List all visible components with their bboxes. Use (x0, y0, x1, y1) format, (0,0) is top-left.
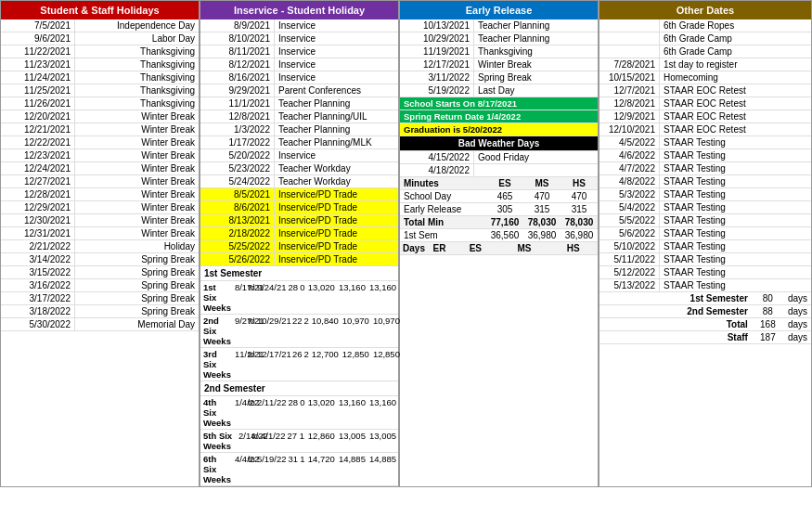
col3-stats-hs: HS (561, 177, 598, 189)
col1-date: 3/17/2022 (1, 292, 75, 304)
stats-ms: 315 (523, 203, 561, 215)
col2-date: 12/8/2021 (200, 110, 275, 123)
col4-date: 12/10/2021 (599, 123, 660, 135)
col2-list-item: 5/24/2022Teacher Workday (200, 175, 398, 188)
col3-list-item: 5/19/2022Last Day (400, 84, 598, 97)
col3-stats-label: Minutes (400, 177, 486, 189)
col4-date: 12/9/2021 (599, 110, 660, 123)
col4-list-item: 4/5/2022STAAR Testing (599, 136, 811, 149)
six-week-label: 2nd Six Weeks (200, 315, 234, 347)
total-sem-hs: 36,980 (561, 229, 598, 241)
col2-date: 8/5/2021 (200, 188, 275, 200)
col3-bad-desc (474, 164, 598, 176)
col4-list-item: 4/7/2022STAAR Testing (599, 162, 811, 175)
col3-school-starts: School Starts On 8/17/2021 (400, 97, 598, 110)
col1-desc: Thanksgiving (75, 97, 199, 110)
total-sem-ms: 36,980 (523, 229, 561, 241)
six-week-er: 1 (299, 453, 306, 485)
col2-header: Inservice - Student Holiday (200, 1, 398, 19)
col4-date (599, 45, 660, 58)
col4-desc: STAAR Testing (660, 149, 811, 161)
col1-list-item: 11/26/2021Thanksgiving (1, 97, 199, 110)
col4-desc: 6th Grade Ropes (660, 19, 811, 32)
six-week-from: 9/27/21 (234, 315, 247, 347)
col1-list-item: 12/31/2021Winter Break (1, 227, 199, 240)
col2-list-item: 8/5/2021Inservice/PD Trade (200, 188, 398, 201)
col2-sixweeks-item: 3rd Six Weeks 11/2/21 to 12/17/21 26 2 1… (200, 348, 398, 381)
col2-list-item: 5/23/2022Teacher Workday (200, 162, 398, 175)
col1-date: 11/23/2021 (1, 58, 75, 71)
col4-sem-label: 2nd Semester (683, 305, 752, 317)
six-week-ms: 10,970 (341, 315, 371, 347)
six-week-hs: 13,160 (367, 281, 398, 314)
col1-date: 9/6/2021 (1, 32, 75, 45)
col4-date: 5/11/2022 (599, 253, 660, 265)
col2-desc: Teacher Workday (275, 162, 398, 174)
col4-other-dates: Other Dates 6th Grade Ropes6th Grade Cam… (599, 1, 811, 486)
col4-date: 7/28/2021 (599, 58, 660, 71)
col1-desc: Independence Day (75, 19, 199, 32)
col3-date: 5/19/2022 (400, 84, 474, 97)
col1-list-item: 12/30/2021Winter Break (1, 214, 199, 227)
col4-list-item: 12/7/2021STAAR EOC Retest (599, 84, 811, 97)
col4-header: Other Dates (599, 1, 811, 19)
col2-sixweeks-item: 2nd Six Weeks 9/27/21 to 10/29/21 22 2 1… (200, 315, 398, 348)
col2-desc: Inservice/PD Trade (275, 214, 398, 226)
col1-desc: Spring Break (75, 292, 199, 304)
col2-desc: Inservice/PD Trade (275, 227, 398, 239)
col2-rows-container: 8/9/2021Inservice8/10/2021Inservice8/11/… (200, 19, 398, 266)
six-week-ms: 14,885 (337, 453, 367, 485)
col4-rows-container: 6th Grade Ropes6th Grade Camp6th Grade C… (599, 19, 811, 292)
col1-list-item: 2/21/2022Holiday (1, 240, 199, 253)
col1-date: 12/28/2021 (1, 188, 75, 200)
col2-desc: Inservice (275, 71, 398, 84)
col3-stats-ms: MS (523, 177, 561, 189)
col4-desc: Homecoming (660, 71, 811, 84)
col4-desc: STAAR Testing (660, 253, 811, 265)
six-week-es: 12,700 (310, 348, 341, 381)
col1-desc: Winter Break (75, 227, 199, 239)
col4-sem-item: Staff187days (599, 331, 811, 344)
col4-desc: STAAR Testing (660, 214, 811, 226)
col1-desc: Spring Break (75, 266, 199, 278)
six-week-days: 28 (288, 281, 300, 314)
col1-date: 12/31/2021 (1, 227, 75, 239)
six-week-er: 2 (303, 315, 309, 347)
main-container: Student & Staff Holidays 7/5/2021Indepen… (0, 0, 812, 487)
col3-date: 11/19/2021 (400, 45, 474, 58)
six-week-ms: 12,850 (341, 348, 371, 381)
col1-desc: Winter Break (75, 123, 199, 135)
six-week-es: 10,840 (310, 315, 341, 347)
col4-desc: STAAR EOC Retest (660, 123, 811, 135)
col3-rows-container: 10/13/2021Teacher Planning10/29/2021Teac… (400, 19, 598, 97)
col4-date: 5/5/2022 (599, 214, 660, 226)
col4-sem-rows: 1st Semester80days2nd Semester88daysTota… (599, 292, 811, 344)
col2-date: 5/25/2022 (200, 240, 275, 252)
col1-date: 12/23/2021 (1, 149, 75, 161)
col3-bad-desc: Good Friday (474, 151, 598, 163)
col2-date: 9/29/2021 (200, 84, 275, 97)
col4-list-item: 5/12/2022STAAR Testing (599, 266, 811, 279)
stats-label: Early Release (400, 203, 486, 215)
six-week-label: 5th Six Weeks (200, 430, 238, 452)
six-week-to-label: to (251, 430, 260, 452)
col4-list-item: 5/13/2022STAAR Testing (599, 279, 811, 292)
total-ms: 78,030 (523, 216, 561, 228)
col2-date: 8/16/2021 (200, 71, 275, 84)
col2-list-item: 2/18/2022Inservice/PD Trade (200, 227, 398, 240)
col2-date: 8/6/2021 (200, 201, 275, 213)
col4-list-item: 5/6/2022STAAR Testing (599, 227, 811, 240)
col3-total-row: 1st Sem 36,560 36,980 36,980 (400, 229, 598, 242)
col1-date: 3/18/2022 (1, 305, 75, 317)
col3-desc: Last Day (474, 84, 598, 97)
col3-list-item: 12/17/2021Winter Break (400, 58, 598, 71)
six-week-er: 1 (298, 430, 306, 452)
six-week-ms: 13,160 (337, 396, 367, 429)
col3-desc: Thanksgiving (474, 45, 598, 58)
total-hs: 78,030 (561, 216, 598, 228)
col2-list-item: 8/11/2021Inservice (200, 45, 398, 58)
col2-date: 2/18/2022 (200, 227, 275, 239)
col1-list-item: 11/22/2021Thanksgiving (1, 45, 199, 58)
col4-list-item: 5/5/2022STAAR Testing (599, 214, 811, 227)
col3-stats-item: Early Release305315315 (400, 203, 598, 216)
